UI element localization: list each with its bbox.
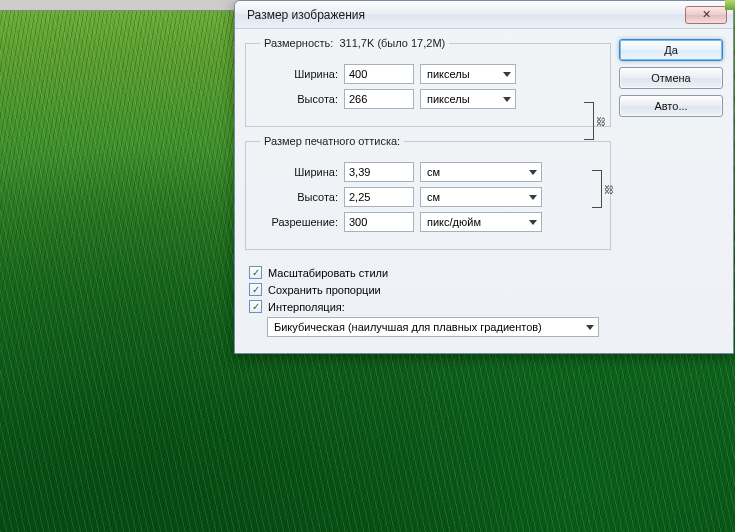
- resolution-row: Разрешение: пикс/дюйм: [256, 212, 600, 232]
- print-height-row: Высота: см: [256, 187, 600, 207]
- close-button[interactable]: ✕: [685, 6, 727, 24]
- chevron-down-icon: [529, 195, 537, 200]
- interpolation-checkbox[interactable]: ✓: [249, 300, 262, 313]
- scale-styles-label: Масштабировать стили: [268, 267, 388, 279]
- resolution-label: Разрешение:: [256, 216, 338, 228]
- close-icon: ✕: [702, 8, 711, 21]
- pixel-height-label: Высота:: [256, 93, 338, 105]
- print-height-input[interactable]: [344, 187, 414, 207]
- chevron-down-icon: [503, 97, 511, 102]
- constrain-bracket-icon: [592, 170, 602, 208]
- link-icon: ⛓: [596, 116, 606, 127]
- print-width-input[interactable]: [344, 162, 414, 182]
- resolution-unit-select[interactable]: пикс/дюйм: [420, 212, 542, 232]
- print-width-unit-value: см: [427, 166, 440, 178]
- constrain-row: ✓ Сохранить пропорции: [249, 283, 609, 296]
- interp-row: ✓ Интерполяция:: [249, 300, 609, 313]
- interpolation-value: Бикубическая (наилучшая для плавных град…: [274, 321, 542, 333]
- pixel-width-unit-value: пикселы: [427, 68, 470, 80]
- interp-select-row: Бикубическая (наилучшая для плавных град…: [249, 317, 609, 337]
- pixel-height-row: Высота: пикселы: [256, 89, 600, 109]
- dialog-left-column: Размерность: 311,7K (было 17,2M) Ширина:…: [245, 37, 611, 341]
- print-height-unit-value: см: [427, 191, 440, 203]
- cancel-button-label: Отмена: [651, 72, 690, 84]
- canvas-background: Размер изображения ✕ Размерность: 311,7K…: [0, 0, 735, 532]
- pixel-size-was: (было 17,2M): [377, 37, 445, 49]
- print-width-row: Ширина: см: [256, 162, 600, 182]
- check-icon: ✓: [252, 267, 260, 278]
- document-size-legend: Размер печатного оттиска:: [260, 135, 404, 147]
- check-icon: ✓: [252, 301, 260, 312]
- chevron-down-icon: [586, 325, 594, 330]
- chevron-down-icon: [503, 72, 511, 77]
- pixel-rows: Ширина: пикселы Высота: пикселы: [256, 64, 600, 109]
- print-width-label: Ширина:: [256, 166, 338, 178]
- chevron-down-icon: [529, 170, 537, 175]
- pixel-width-label: Ширина:: [256, 68, 338, 80]
- pixel-height-input[interactable]: [344, 89, 414, 109]
- image-size-dialog: Размер изображения ✕ Размерность: 311,7K…: [234, 0, 734, 354]
- ok-button[interactable]: Да: [619, 39, 723, 61]
- pixel-width-input[interactable]: [344, 64, 414, 84]
- cancel-button[interactable]: Отмена: [619, 67, 723, 89]
- pixel-dimensions-legend: Размерность: 311,7K (было 17,2M): [260, 37, 449, 49]
- auto-button[interactable]: Авто...: [619, 95, 723, 117]
- options-checks: ✓ Масштабировать стили ✓ Сохранить пропо…: [245, 258, 611, 337]
- interpolation-select[interactable]: Бикубическая (наилучшая для плавных град…: [267, 317, 599, 337]
- dialog-titlebar[interactable]: Размер изображения ✕: [235, 1, 733, 29]
- pixel-height-unit-select[interactable]: пикселы: [420, 89, 516, 109]
- chevron-down-icon: [529, 220, 537, 225]
- print-rows: Ширина: см Высота: см: [256, 162, 600, 232]
- print-height-label: Высота:: [256, 191, 338, 203]
- pixel-width-row: Ширина: пикселы: [256, 64, 600, 84]
- check-icon: ✓: [252, 284, 260, 295]
- pixel-height-unit-value: пикселы: [427, 93, 470, 105]
- interpolation-label: Интерполяция:: [268, 301, 345, 313]
- auto-button-label: Авто...: [654, 100, 687, 112]
- pixel-width-unit-select[interactable]: пикселы: [420, 64, 516, 84]
- print-height-unit-select[interactable]: см: [420, 187, 542, 207]
- pixel-size-current: 311,7K: [339, 37, 374, 49]
- link-icon: ⛓: [604, 184, 614, 195]
- pixel-dimensions-group: Размерность: 311,7K (было 17,2M) Ширина:…: [245, 37, 611, 127]
- ok-button-label: Да: [664, 44, 678, 56]
- print-width-unit-select[interactable]: см: [420, 162, 542, 182]
- scale-styles-checkbox[interactable]: ✓: [249, 266, 262, 279]
- window-controls: ✕: [685, 6, 727, 24]
- constrain-checkbox[interactable]: ✓: [249, 283, 262, 296]
- dialog-buttons-column: Да Отмена Авто...: [619, 37, 723, 341]
- dialog-body: Размерность: 311,7K (было 17,2M) Ширина:…: [235, 29, 733, 353]
- dialog-title: Размер изображения: [247, 8, 365, 22]
- resolution-input[interactable]: [344, 212, 414, 232]
- document-size-group: Размер печатного оттиска: Ширина: см Выс…: [245, 135, 611, 250]
- resolution-unit-value: пикс/дюйм: [427, 216, 481, 228]
- constrain-label: Сохранить пропорции: [268, 284, 381, 296]
- pixel-legend-prefix: Размерность:: [264, 37, 333, 49]
- scale-styles-row: ✓ Масштабировать стили: [249, 266, 609, 279]
